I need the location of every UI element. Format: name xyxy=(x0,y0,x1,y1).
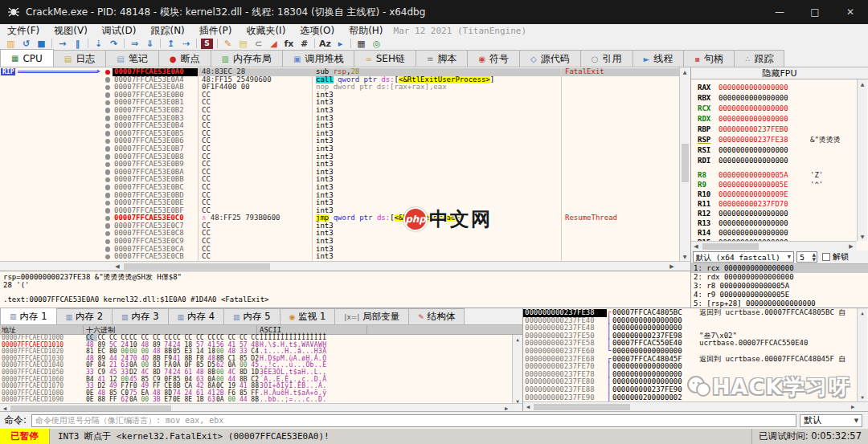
menu-item[interactable]: 帮助(H) xyxy=(342,25,390,36)
breakpoint-dot[interactable] xyxy=(105,162,111,168)
disasm-row[interactable]: 00007FFCAE53E0B7CCint3 xyxy=(0,145,679,153)
menu-item[interactable]: 插件(P) xyxy=(192,25,240,36)
breakpoint-dot[interactable] xyxy=(105,146,111,152)
register-row[interactable]: RCX0000000000000000 xyxy=(691,104,804,114)
tab-SEH链[interactable]: ∞SEH链 xyxy=(354,50,416,67)
disasm-row[interactable]: 00007FFCAE53E0CBCCint3 xyxy=(0,253,679,261)
scroll-thumb[interactable] xyxy=(682,144,689,182)
register-row[interactable]: RDI0000000000000000 xyxy=(691,156,804,166)
fx-icon[interactable]: fx xyxy=(281,38,297,50)
breakpoint-dot[interactable] xyxy=(105,201,111,206)
execute-till-return-icon[interactable]: ↥ xyxy=(163,38,178,50)
disasm-row[interactable]: 00007FFCAE53E0C8CCint3 xyxy=(0,230,679,238)
breakpoint-dot[interactable] xyxy=(105,255,111,260)
stepper-arrows-icon[interactable]: ▲▼ xyxy=(812,252,817,262)
breakpoint-dot[interactable] xyxy=(105,116,111,121)
register-row[interactable]: RDX0000000000000000 xyxy=(691,114,804,124)
close-button[interactable]: ✕ xyxy=(833,0,868,24)
breakpoint-dot[interactable] xyxy=(105,185,111,190)
scroll-down-icon[interactable]: ▼ xyxy=(683,254,687,259)
breakpoint-dot[interactable] xyxy=(105,154,111,160)
comment-icon[interactable]: ▤ xyxy=(235,38,251,50)
scroll-left-icon[interactable]: ◀ xyxy=(113,262,122,271)
argument-row[interactable]: 3: r8 000000000000005A xyxy=(691,282,868,291)
attach-icon[interactable]: ⇢ xyxy=(178,38,194,50)
tab-内存 3[interactable]: ▥内存 3 xyxy=(112,308,169,324)
breakpoint-dot[interactable] xyxy=(105,100,111,106)
breakpoint-dot[interactable] xyxy=(105,108,111,113)
register-row[interactable]: RAX0000000000000000 xyxy=(691,83,804,93)
tab-引用[interactable]: ○引用 xyxy=(580,50,633,67)
memory-dump-panel[interactable]: 地址 十六进制 ASCII 00007FFCAECD1000CC CC CC C… xyxy=(0,324,522,411)
minimize-button[interactable]: — xyxy=(762,0,797,24)
hide-fpu-button[interactable]: 隐藏FPU xyxy=(691,67,868,79)
breakpoint-dot[interactable] xyxy=(105,239,111,245)
scroll-right-icon[interactable]: ▶ xyxy=(846,242,856,251)
globe-icon[interactable]: ◎ xyxy=(369,38,384,50)
disasm-horizontal-scrollbar[interactable]: ◀ ▶ xyxy=(0,261,691,271)
tab-笔记[interactable]: ▤笔记 xyxy=(105,50,158,67)
disasm-row[interactable]: 00007FFCAE53E0BFCCint3 xyxy=(0,207,679,215)
patch-icon[interactable]: ✎ xyxy=(220,38,235,50)
breakpoint-dot[interactable] xyxy=(105,208,111,214)
tab-脚本[interactable]: ≡脚本 xyxy=(416,50,468,67)
tab-符号[interactable]: ◉符号 xyxy=(467,50,520,67)
settings-icon[interactable]: S xyxy=(201,39,213,49)
scroll-up-icon[interactable]: ▲ xyxy=(861,81,865,87)
tab-日志[interactable]: ▤日志 xyxy=(53,50,106,67)
menu-item[interactable]: 文件(F) xyxy=(0,25,47,36)
disasm-row[interactable]: 00007FFCAE53E0BCCCint3 xyxy=(0,184,679,192)
disasm-row[interactable]: RIP➤00007FFCAE53E0A048:83EC 28sub rsp,28… xyxy=(0,68,679,76)
tab-源代码[interactable]: ◇源代码 xyxy=(519,50,581,67)
disasm-row[interactable]: 00007FFCAE53E0C7CCint3 xyxy=(0,222,679,230)
register-row[interactable]: RBP000000000237FEB0 xyxy=(691,124,804,135)
scroll-thumb[interactable] xyxy=(10,405,171,411)
run-icon[interactable]: → xyxy=(55,38,70,50)
disassembly-panel[interactable]: RIP➤00007FFCAE53E0A048:83EC 28sub rsp,28… xyxy=(0,67,691,271)
scroll-right-icon[interactable]: ▶ xyxy=(502,404,511,411)
tab-内存 5[interactable]: ▥内存 5 xyxy=(223,308,280,324)
argument-row[interactable]: 4: r9 000000000000005E xyxy=(691,291,868,299)
disasm-row[interactable]: 00007FFCAE53E0B3CCint3 xyxy=(0,115,679,123)
disasm-row[interactable]: 00007FFCAE53E0BDCCint3 xyxy=(0,192,679,200)
tab-调用堆栈[interactable]: ▣调用堆栈 xyxy=(282,50,354,67)
disasm-row[interactable]: 00007FFCAE53E0B6CCint3 xyxy=(0,137,679,145)
disasm-row[interactable]: 00007FFCAE53E0BBCCint3 xyxy=(0,176,679,184)
scroll-left-icon[interactable]: ◀ xyxy=(523,402,533,411)
menu-item[interactable]: 跟踪(N) xyxy=(143,25,191,36)
step-over-icon[interactable]: ↷ xyxy=(106,38,121,50)
az-icon[interactable]: Az xyxy=(317,38,333,50)
disasm-row[interactable]: 00007FFCAE53E0AB0F1F4400 00nop dword ptr… xyxy=(0,84,679,92)
command-profile-select[interactable]: 默认 ▼ xyxy=(800,414,862,427)
scroll-thumb[interactable] xyxy=(124,263,270,270)
menu-item[interactable]: 收藏夹(I) xyxy=(239,25,293,36)
stack-horizontal-scrollbar[interactable]: ◀ ▶ xyxy=(523,401,868,411)
tab-结构体[interactable]: ✎结构体 xyxy=(408,308,465,324)
tab-句柄[interactable]: ▪句柄 xyxy=(683,50,735,67)
disasm-row[interactable]: 00007FFCAE53E0CACCint3 xyxy=(0,246,679,254)
step-into-icon[interactable]: ⇣ xyxy=(91,38,106,50)
stop-icon[interactable]: ■ xyxy=(34,38,49,50)
tab-断点[interactable]: ●断点 xyxy=(158,50,211,67)
breakpoint-dot[interactable] xyxy=(105,246,111,252)
unlock-checkbox[interactable] xyxy=(822,253,830,261)
scroll-up-icon[interactable]: ▲ xyxy=(861,310,864,316)
tab-监视 1[interactable]: ◉监视 1 xyxy=(280,308,336,324)
tab-内存 2[interactable]: ▥内存 2 xyxy=(56,308,113,324)
breakpoint-dot[interactable] xyxy=(105,77,111,83)
tab-内存 4[interactable]: ▥内存 4 xyxy=(168,308,225,324)
registers-horizontal-scrollbar[interactable]: ◀ ▶ xyxy=(691,241,857,251)
tab-跟踪[interactable]: ∴跟踪 xyxy=(734,50,784,67)
scroll-down-icon[interactable]: ▼ xyxy=(861,234,865,239)
disasm-row[interactable]: 00007FFCAE53E0B9CCint3 xyxy=(0,161,679,169)
arguments-list[interactable]: 1: rcx 00000000000000002: rdx 0000000000… xyxy=(691,263,868,308)
tab-局部变量[interactable]: |x=|局部变量 xyxy=(334,308,409,324)
argument-row[interactable]: 1: rcx 0000000000000000 xyxy=(691,264,868,273)
disasm-row[interactable]: 00007FFCAE53E0BACCint3 xyxy=(0,169,679,177)
stack-vertical-scrollbar[interactable]: ▲ ▼ xyxy=(857,308,867,401)
disasm-row[interactable]: 00007FFCAE53E0B8CCint3 xyxy=(0,153,679,161)
scroll-left-icon[interactable]: ◀ xyxy=(0,404,10,411)
scroll-right-icon[interactable]: ▶ xyxy=(667,262,677,271)
registers-vertical-scrollbar[interactable]: ▲ ▼ xyxy=(857,79,867,241)
run-to-user-code-icon[interactable]: ⇒ xyxy=(127,38,142,50)
